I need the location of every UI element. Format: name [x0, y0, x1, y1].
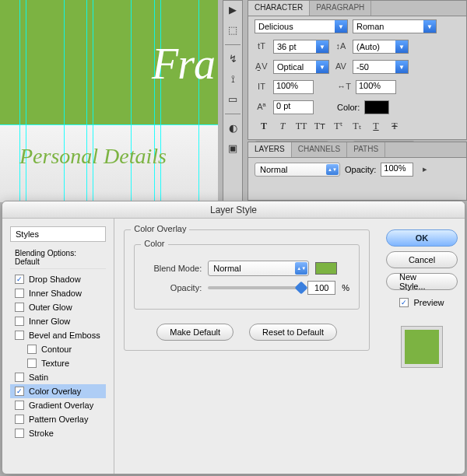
- style-item-inner-shadow[interactable]: Inner Shadow: [10, 286, 106, 300]
- blending-options-default[interactable]: Blending Options: Default: [10, 247, 106, 269]
- heading-text: Personal Details: [19, 144, 167, 169]
- vscale-input[interactable]: 100%: [273, 80, 314, 94]
- style-label: Outer Glow: [29, 303, 72, 312]
- separator: [225, 114, 241, 114]
- style-checkbox[interactable]: [15, 289, 24, 298]
- play-icon[interactable]: ▶: [226, 4, 239, 16]
- character-panel: CHARACTER PARAGRAPH Delicious▼ Roman▼ tT…: [248, 0, 467, 140]
- reset-default-button[interactable]: Reset to Default: [249, 324, 337, 341]
- subscript-button[interactable]: Tₜ: [349, 121, 365, 135]
- font-family-value: Delicious: [258, 22, 293, 31]
- clone-icon[interactable]: ▭: [226, 93, 239, 106]
- chevron-right-icon[interactable]: ▸: [418, 164, 432, 175]
- guide-v[interactable]: [160, 0, 161, 202]
- style-item-drop-shadow[interactable]: ✓Drop Shadow: [10, 272, 106, 286]
- guide-v[interactable]: [19, 0, 20, 202]
- font-style-select[interactable]: Roman▼: [353, 19, 437, 33]
- allcaps-button[interactable]: TT: [293, 121, 309, 135]
- separator: [225, 44, 241, 45]
- dropdown-arrow-icon: ▼: [395, 61, 408, 73]
- dialog-title: Layer Style: [2, 201, 465, 219]
- style-checkbox[interactable]: [27, 359, 37, 368]
- overlay-color-swatch[interactable]: [315, 262, 337, 275]
- superscript-button[interactable]: Tᵗ: [331, 121, 346, 135]
- guide-v[interactable]: [64, 0, 65, 202]
- slider-thumb[interactable]: [295, 282, 308, 295]
- style-item-stroke[interactable]: Stroke: [10, 426, 106, 440]
- blend-mode-select[interactable]: Normal▲▼: [208, 261, 309, 276]
- cancel-button[interactable]: Cancel: [386, 251, 458, 268]
- style-checkbox[interactable]: [15, 415, 24, 424]
- guide-h[interactable]: [0, 124, 218, 125]
- preview-checkbox-row[interactable]: ✓ Preview: [399, 298, 444, 307]
- actions-icon[interactable]: ⬚: [226, 24, 239, 37]
- style-checkbox[interactable]: [15, 317, 24, 326]
- new-style-button[interactable]: New Style...: [386, 273, 458, 290]
- color-group: Color Blend Mode: Normal▲▼ Opacity: 100 …: [134, 244, 360, 310]
- guide-v[interactable]: [26, 0, 26, 202]
- underline-button[interactable]: T: [368, 121, 384, 135]
- layer-opacity-input[interactable]: 100%: [381, 163, 413, 177]
- style-item-outer-glow[interactable]: Outer Glow: [10, 300, 106, 314]
- tab-paragraph[interactable]: PARAGRAPH: [310, 1, 371, 16]
- style-label: Gradient Overlay: [29, 401, 93, 410]
- tab-layers[interactable]: LAYERS: [248, 142, 292, 157]
- style-item-pattern-overlay[interactable]: Pattern Overlay: [10, 412, 106, 426]
- tab-paths[interactable]: PATHS: [347, 142, 385, 157]
- style-checkbox[interactable]: ✓: [15, 387, 24, 396]
- font-size-value: 36 pt: [277, 42, 296, 51]
- guide-v[interactable]: [198, 0, 199, 202]
- brush-icon[interactable]: ⟟: [226, 73, 239, 86]
- style-item-bevel-and-emboss[interactable]: Bevel and Emboss: [10, 328, 106, 342]
- faux-bold-button[interactable]: T: [256, 121, 272, 135]
- style-label: Inner Glow: [29, 317, 70, 326]
- hscale-input[interactable]: 100%: [356, 80, 396, 94]
- layer-blend-select[interactable]: Normal▲▼: [255, 163, 340, 177]
- leading-select[interactable]: (Auto)▼: [353, 40, 409, 54]
- baseline-input[interactable]: 0 pt: [273, 100, 314, 114]
- style-checkbox[interactable]: [15, 401, 24, 410]
- mask-icon[interactable]: ▣: [226, 142, 239, 155]
- style-item-texture[interactable]: Texture: [10, 356, 106, 370]
- faux-italic-button[interactable]: T: [275, 121, 290, 135]
- ok-button[interactable]: OK: [386, 229, 458, 247]
- style-item-color-overlay[interactable]: ✓Color Overlay: [10, 384, 106, 398]
- tab-channels[interactable]: CHANNELS: [292, 142, 347, 157]
- preview-checkbox[interactable]: ✓: [399, 298, 409, 307]
- opacity-slider[interactable]: [208, 286, 301, 289]
- make-default-button[interactable]: Make Default: [156, 324, 234, 341]
- style-checkbox[interactable]: [15, 331, 24, 340]
- leading-icon: ↕A: [334, 41, 348, 52]
- style-checkbox[interactable]: [15, 373, 24, 382]
- style-checkbox[interactable]: ✓: [15, 275, 24, 284]
- guide-v[interactable]: [154, 0, 155, 202]
- strikethrough-button[interactable]: Ŧ: [387, 121, 402, 135]
- guide-v[interactable]: [86, 0, 87, 202]
- style-checkbox[interactable]: [15, 303, 24, 312]
- text-color-swatch[interactable]: [364, 100, 389, 114]
- kerning-select[interactable]: Optical▼: [273, 60, 329, 74]
- guide-v[interactable]: [131, 0, 132, 202]
- style-checkbox[interactable]: [27, 345, 37, 354]
- color-overlay-group: Color Overlay Color Blend Mode: Normal▲▼…: [124, 229, 370, 351]
- styles-header[interactable]: Styles: [10, 226, 106, 242]
- guide-v[interactable]: [93, 0, 93, 202]
- tab-character[interactable]: CHARACTER: [248, 1, 310, 16]
- adjust-icon[interactable]: ◐: [226, 122, 239, 135]
- style-label: Contour: [41, 345, 72, 354]
- smallcaps-button[interactable]: Tᴛ: [312, 121, 328, 135]
- style-item-inner-glow[interactable]: Inner Glow: [10, 314, 106, 328]
- cancel-label: Cancel: [409, 255, 435, 264]
- opacity-input[interactable]: 100: [307, 281, 335, 295]
- style-label: Drop Shadow: [29, 275, 81, 284]
- style-item-contour[interactable]: Contour: [10, 342, 106, 356]
- style-item-satin[interactable]: Satin: [10, 370, 106, 384]
- style-item-gradient-overlay[interactable]: Gradient Overlay: [10, 398, 106, 412]
- tracking-select[interactable]: -50▼: [353, 60, 409, 74]
- style-settings: Color Overlay Color Blend Mode: Normal▲▼…: [114, 219, 379, 474]
- opacity-label: Opacity:: [144, 283, 202, 292]
- font-family-select[interactable]: Delicious▼: [255, 19, 348, 33]
- tool-presets-icon[interactable]: ↯: [226, 53, 239, 65]
- font-size-select[interactable]: 36 pt▼: [273, 40, 329, 54]
- style-checkbox[interactable]: [15, 429, 24, 438]
